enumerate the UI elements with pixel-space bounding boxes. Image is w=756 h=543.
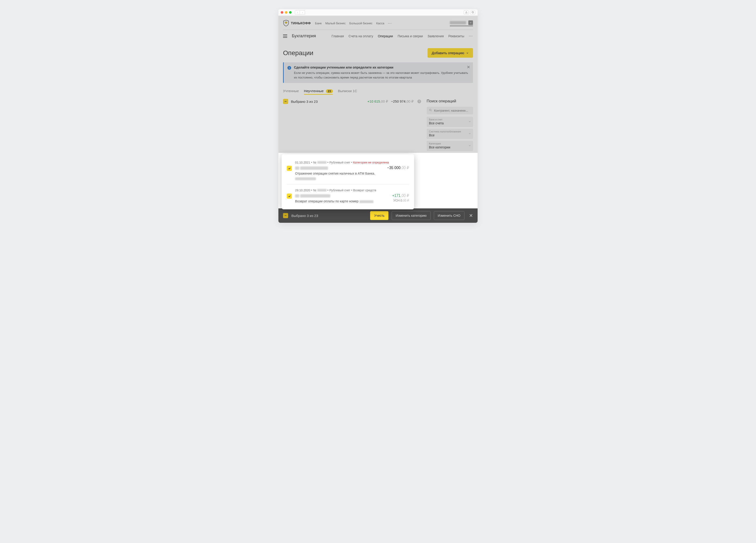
top-nav: Банк Малый бизнес Большой бизнес Касса ·… <box>315 22 392 25</box>
tab-badge: 23 <box>326 89 333 93</box>
sub-header: Бухгалтерия Главная Счета на оплату Опер… <box>283 30 473 42</box>
filter-tax-system[interactable]: Система налогообложения Все <box>427 129 473 139</box>
search-icon <box>429 109 432 113</box>
sub-nav-item[interactable]: Главная <box>331 34 344 38</box>
window-minimize-icon[interactable] <box>285 11 287 14</box>
banner-desc: Если не учесть операции, сумма налога мо… <box>294 71 469 80</box>
info-banner: i Сделайте операции учтенными или опреде… <box>283 62 473 83</box>
page-title: Операции <box>283 49 313 57</box>
operation-desc: Отражение операции снятия наличных в ATM… <box>295 171 409 180</box>
window-zoom-icon[interactable] <box>289 11 292 14</box>
tab-unaccounted[interactable]: Неучтенные 23 <box>304 89 333 95</box>
top-nav-item[interactable]: Касса <box>376 22 384 25</box>
filter-value: Все счета <box>429 121 471 125</box>
operations-card: 01.10.2021 • № • Рублевый счет • Категор… <box>282 154 414 209</box>
shield-icon <box>283 20 289 26</box>
total-debit: −250 974,00 ₽ <box>391 99 414 104</box>
operation-checkbox[interactable] <box>287 194 292 199</box>
operation-category: Категория не определена <box>353 161 389 164</box>
user-menu-button[interactable] <box>468 20 473 25</box>
operation-checkbox[interactable] <box>287 166 292 171</box>
window-controls <box>281 11 292 14</box>
total-credit: +10 615,00 ₽ <box>367 99 388 104</box>
app-content: ТИНЬКОФФ Банк Малый бизнес Большой бизне… <box>278 16 478 223</box>
add-operation-label: Добавить операцию <box>432 51 464 55</box>
operation-row[interactable]: 01.10.2021 • № • Рублевый счет • Категор… <box>287 158 409 183</box>
search-input[interactable] <box>434 109 471 112</box>
action-bar-checkbox[interactable] <box>283 213 288 218</box>
top-nav-item[interactable]: Малый бизнес <box>325 22 346 25</box>
dimmed-region: ТИНЬКОФФ Банк Малый бизнес Большой бизне… <box>278 16 478 153</box>
filter-label: Банк и счет <box>429 118 471 121</box>
sub-nav-item[interactable]: Реквизиты <box>448 34 464 38</box>
svg-point-3 <box>429 109 431 111</box>
top-nav-item[interactable]: Банк <box>315 22 322 25</box>
logo[interactable]: ТИНЬКОФФ <box>283 20 311 26</box>
filter-label: Система налогообложения <box>429 130 471 133</box>
search-field[interactable] <box>427 107 473 114</box>
sidebar-title: Поиск операций <box>427 99 473 104</box>
filter-label: Категория <box>429 142 471 145</box>
filter-value: Все <box>429 133 471 137</box>
chevron-down-icon <box>468 120 471 124</box>
header: ТИНЬКОФФ Банк Малый бизнес Большой бизне… <box>278 16 478 42</box>
window-close-icon[interactable] <box>281 11 283 14</box>
menu-icon[interactable] <box>283 35 287 38</box>
operation-meta: 01.10.2021 • № • Рублевый счет • Категор… <box>295 161 409 164</box>
operation-category: Возврат средств <box>353 188 376 192</box>
sub-nav: Главная Счета на оплату Операции Письма … <box>331 34 473 38</box>
browser-chrome: ‹ › <box>278 9 478 16</box>
add-operation-button[interactable]: Добавить операцию <box>428 48 473 58</box>
top-nav-item[interactable]: Большой бизнес <box>349 22 372 25</box>
select-all-checkbox[interactable] <box>283 99 288 104</box>
svg-rect-0 <box>465 13 467 13</box>
operation-amount: +171,00 ₽ <box>392 193 409 198</box>
filter-category[interactable]: Категория Все категории <box>427 141 473 151</box>
top-nav-more-icon[interactable]: ··· <box>388 22 392 25</box>
top-bar: ТИНЬКОФФ Банк Малый бизнес Большой бизне… <box>283 20 473 30</box>
sub-nav-more-icon[interactable]: ··· <box>469 34 473 38</box>
accept-button[interactable]: Учесть <box>370 211 388 220</box>
operation-tax-amount: УСН 0,00 ₽ <box>393 199 409 202</box>
user-name <box>450 21 466 24</box>
operation-desc: Возврат операции оплаты по карте номер <box>295 199 373 204</box>
change-sno-button[interactable]: Изменить СНО <box>434 211 464 220</box>
action-bar-close-button[interactable]: ✕ <box>469 213 473 218</box>
operation-amount: −35 000,00 ₽ <box>387 166 409 170</box>
chevron-down-icon <box>468 132 471 136</box>
tabs: Учтенные Неучтенные 23 Выписки 1С <box>283 89 473 95</box>
change-category-button[interactable]: Изменить категорию <box>392 211 431 220</box>
page-body: Операции Добавить операцию i Сделайте оп… <box>278 42 478 153</box>
filter-bank-account[interactable]: Банк и счет Все счета <box>427 117 473 127</box>
selection-label: Выбрано 3 из 23 <box>291 100 318 104</box>
page-title-row: Операции Добавить операцию <box>283 48 473 58</box>
sub-nav-item-active[interactable]: Операции <box>378 34 393 38</box>
section-title: Бухгалтерия <box>292 34 316 38</box>
selection-summary: Выбрано 3 из 23 +10 615,00 ₽ −250 974,00… <box>283 99 421 104</box>
operation-meta: 29.10.2020 • № • Рублевый счет • Возврат… <box>295 188 409 192</box>
sub-nav-item[interactable]: Заявления <box>428 34 444 38</box>
browser-window: ‹ › ТИНЬКОФФ Банк <box>278 9 478 223</box>
nav-back-button[interactable]: ‹ <box>295 10 300 15</box>
tab-accounted[interactable]: Учтенные <box>283 89 299 95</box>
sub-nav-item[interactable]: Письма и сверки <box>398 34 423 38</box>
sub-nav-item[interactable]: Счета на оплату <box>349 34 373 38</box>
tab-label: Неучтенные <box>304 89 324 93</box>
info-icon: i <box>287 66 291 70</box>
filter-value: Все категории <box>429 145 471 149</box>
chevron-down-icon <box>468 144 471 148</box>
help-icon[interactable]: ? <box>417 100 421 103</box>
action-bar: Выбрано 3 из 23 Учесть Изменить категори… <box>278 208 478 223</box>
nav-arrows: ‹ › <box>295 10 305 15</box>
share-button[interactable] <box>464 10 469 15</box>
operation-counterparty <box>295 194 330 198</box>
operation-row[interactable]: 29.10.2020 • № • Рублевый счет • Возврат… <box>287 184 409 206</box>
tab-statements[interactable]: Выписки 1С <box>338 89 357 95</box>
action-bar-selection: Выбрано 3 из 23 <box>291 214 318 218</box>
tabs-button[interactable] <box>470 10 475 15</box>
operation-counterparty <box>295 166 328 170</box>
nav-forward-button[interactable]: › <box>300 10 305 15</box>
banner-title: Сделайте операции учтенными или определи… <box>294 66 469 69</box>
banner-close-button[interactable]: ✕ <box>467 65 470 69</box>
chevron-down-icon <box>466 52 469 54</box>
